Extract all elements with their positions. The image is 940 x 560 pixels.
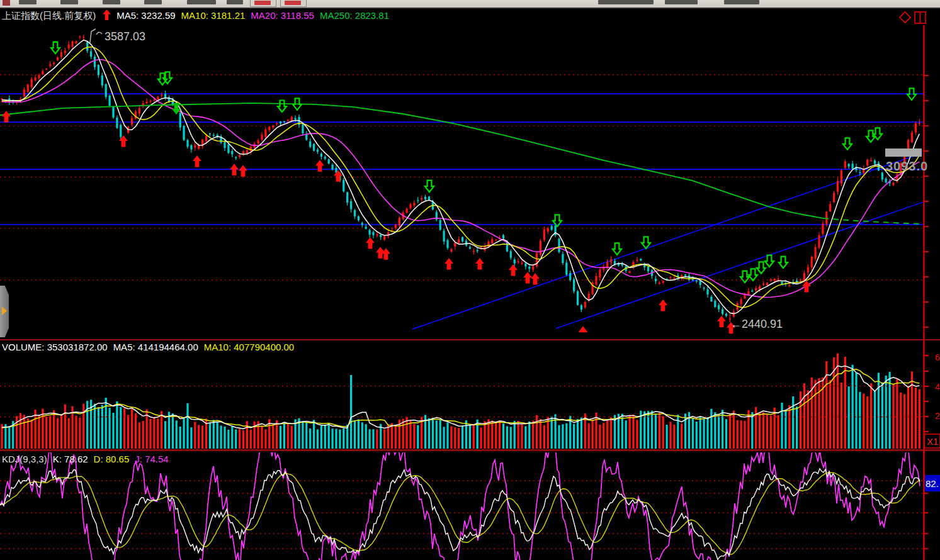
restore-window-icon[interactable]	[915, 12, 926, 23]
price-tag-value: 3093.0	[886, 159, 928, 173]
volume-multiplier-badge[interactable]: X1	[924, 434, 940, 448]
volume-value: VOLUME: 353031872.00	[2, 342, 108, 352]
kdj-k-value: K: 78.62	[53, 454, 88, 464]
kdj-pane-header: KDJ(9,3,3)K: 78.62D: 80.65J: 74.54	[2, 454, 174, 464]
price-pane	[0, 35, 924, 333]
diamond-icon[interactable]	[900, 12, 910, 23]
vol-ma10-value: MA10: 407790400.00	[204, 342, 294, 352]
vol-axis-digit: 4	[935, 382, 940, 392]
price-pane-header: 上证指数(日线.前复权)MA5: 3232.59MA10: 3181.21MA2…	[2, 9, 395, 22]
vol-axis-digit: 6	[935, 352, 940, 362]
trough-label: ←2440.91	[730, 318, 783, 330]
peak-annotation: 3587.03	[90, 29, 145, 43]
chart-title: 上证指数(日线.前复权)	[2, 10, 96, 21]
kdj-value-badge: 82.	[925, 475, 940, 491]
volume-pane-header: VOLUME: 353031872.00MA5: 414194464.00MA1…	[2, 342, 300, 352]
ma250-value: MA250: 2823.81	[320, 10, 389, 21]
svg-text:82.: 82.	[926, 478, 939, 489]
panel-expand-handle[interactable]	[0, 286, 9, 337]
price-tag: 3093.0	[885, 148, 928, 173]
pane-separator[interactable]	[0, 339, 940, 340]
volume-pane	[0, 354, 924, 449]
trading-app-window: 3587.03 ←2440.91 3093.0 6 4 2 X1 82.	[0, 0, 940, 560]
svg-text:X1: X1	[927, 436, 938, 447]
up-arrow-icon	[103, 9, 111, 22]
ma10-value: MA10: 3181.21	[181, 10, 246, 21]
kdj-title: KDJ(9,3,3)	[2, 454, 47, 464]
kdj-j-value: J: 74.54	[135, 454, 168, 464]
expand-arrow-icon	[2, 306, 7, 315]
chart-canvas[interactable]: 3587.03 ←2440.91 3093.0 6 4 2 X1 82.	[0, 0, 940, 560]
ma20-value: MA20: 3118.55	[251, 10, 314, 21]
pane-separator[interactable]	[0, 449, 940, 451]
vol-axis-digit: 2	[935, 411, 940, 421]
kdj-d-value: D: 80.65	[94, 454, 130, 464]
ma5-value: MA5: 3232.59	[116, 10, 175, 21]
vol-ma5-value: MA5: 414194464.00	[113, 342, 198, 352]
peak-label: 3587.03	[105, 30, 145, 43]
